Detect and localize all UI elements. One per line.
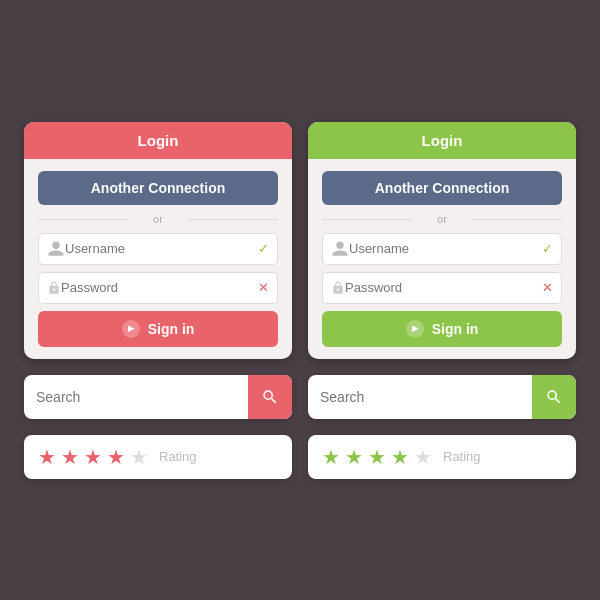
lock-icon-red (47, 279, 61, 297)
play-icon-red: ▶ (122, 320, 140, 338)
login-body-red: Another Connection or ✓ ✕ ▶ Sign in (24, 159, 292, 359)
search-input-red[interactable] (24, 389, 248, 405)
login-title-green: Login (422, 132, 463, 149)
signin-button-green[interactable]: ▶ Sign in (322, 311, 562, 347)
another-connection-button-green[interactable]: Another Connection (322, 171, 562, 205)
person-icon-red (47, 240, 65, 258)
login-body-green: Another Connection or ✓ ✕ ▶ Sign in (308, 159, 576, 359)
star-3-red[interactable]: ★ (84, 445, 102, 469)
signin-button-red[interactable]: ▶ Sign in (38, 311, 278, 347)
lock-icon-green (331, 279, 345, 297)
search-icon-red (261, 388, 279, 406)
star-3-green[interactable]: ★ (368, 445, 386, 469)
password-row-red: ✕ (38, 272, 278, 304)
cross-icon-green: ✕ (542, 280, 553, 295)
check-icon-red: ✓ (258, 241, 269, 256)
signin-label-red: Sign in (148, 321, 195, 337)
star-2-green[interactable]: ★ (345, 445, 363, 469)
or-divider-green: or (322, 213, 562, 225)
rating-label-red: Rating (159, 449, 197, 464)
username-input-green[interactable] (349, 241, 542, 256)
login-header-green: Login (308, 122, 576, 159)
search-input-green[interactable] (308, 389, 532, 405)
password-row-green: ✕ (322, 272, 562, 304)
star-1-green[interactable]: ★ (322, 445, 340, 469)
rating-bar-green: ★ ★ ★ ★ ★ Rating (308, 435, 576, 479)
login-title-red: Login (138, 132, 179, 149)
star-5-green[interactable]: ★ (414, 445, 432, 469)
or-divider-red: or (38, 213, 278, 225)
star-5-red[interactable]: ★ (130, 445, 148, 469)
or-label-red: or (153, 213, 163, 225)
cross-icon-red: ✕ (258, 280, 269, 295)
rating-label-green: Rating (443, 449, 481, 464)
main-layout: Login Another Connection or ✓ ✕ ▶ Sign i… (0, 98, 600, 503)
login-header-red: Login (24, 122, 292, 159)
search-bar-green (308, 375, 576, 419)
username-row-red: ✓ (38, 233, 278, 265)
star-2-red[interactable]: ★ (61, 445, 79, 469)
login-card-green: Login Another Connection or ✓ ✕ ▶ Sign i… (308, 122, 576, 359)
check-icon-green: ✓ (542, 241, 553, 256)
username-input-red[interactable] (65, 241, 258, 256)
star-4-green[interactable]: ★ (391, 445, 409, 469)
password-input-green[interactable] (345, 280, 542, 295)
star-4-red[interactable]: ★ (107, 445, 125, 469)
search-bar-red (24, 375, 292, 419)
or-label-green: or (437, 213, 447, 225)
username-row-green: ✓ (322, 233, 562, 265)
login-card-red: Login Another Connection or ✓ ✕ ▶ Sign i… (24, 122, 292, 359)
rating-bar-red: ★ ★ ★ ★ ★ Rating (24, 435, 292, 479)
search-button-red[interactable] (248, 375, 292, 419)
password-input-red[interactable] (61, 280, 258, 295)
signin-label-green: Sign in (432, 321, 479, 337)
star-1-red[interactable]: ★ (38, 445, 56, 469)
search-icon-green (545, 388, 563, 406)
search-button-green[interactable] (532, 375, 576, 419)
play-icon-green: ▶ (406, 320, 424, 338)
person-icon-green (331, 240, 349, 258)
another-connection-button-red[interactable]: Another Connection (38, 171, 278, 205)
